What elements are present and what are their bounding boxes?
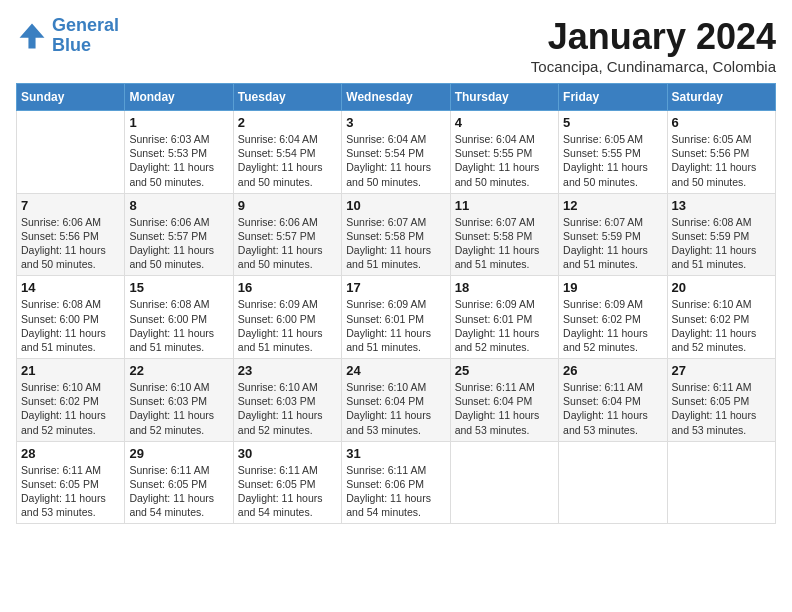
day-info: Sunrise: 6:06 AMSunset: 5:57 PMDaylight:… <box>129 215 228 272</box>
weekday-header-saturday: Saturday <box>667 84 775 111</box>
day-number: 7 <box>21 198 120 213</box>
calendar-cell: 19Sunrise: 6:09 AMSunset: 6:02 PMDayligh… <box>559 276 667 359</box>
day-number: 24 <box>346 363 445 378</box>
day-number: 20 <box>672 280 771 295</box>
calendar-cell: 12Sunrise: 6:07 AMSunset: 5:59 PMDayligh… <box>559 193 667 276</box>
day-number: 16 <box>238 280 337 295</box>
day-number: 18 <box>455 280 554 295</box>
day-info: Sunrise: 6:05 AMSunset: 5:55 PMDaylight:… <box>563 132 662 189</box>
day-info: Sunrise: 6:09 AMSunset: 6:00 PMDaylight:… <box>238 297 337 354</box>
day-number: 8 <box>129 198 228 213</box>
calendar-cell: 14Sunrise: 6:08 AMSunset: 6:00 PMDayligh… <box>17 276 125 359</box>
day-number: 1 <box>129 115 228 130</box>
day-info: Sunrise: 6:10 AMSunset: 6:02 PMDaylight:… <box>672 297 771 354</box>
calendar-cell: 18Sunrise: 6:09 AMSunset: 6:01 PMDayligh… <box>450 276 558 359</box>
calendar-cell: 3Sunrise: 6:04 AMSunset: 5:54 PMDaylight… <box>342 111 450 194</box>
calendar-cell: 10Sunrise: 6:07 AMSunset: 5:58 PMDayligh… <box>342 193 450 276</box>
calendar-cell: 23Sunrise: 6:10 AMSunset: 6:03 PMDayligh… <box>233 359 341 442</box>
day-info: Sunrise: 6:07 AMSunset: 5:58 PMDaylight:… <box>455 215 554 272</box>
day-number: 17 <box>346 280 445 295</box>
day-number: 12 <box>563 198 662 213</box>
day-info: Sunrise: 6:11 AMSunset: 6:05 PMDaylight:… <box>672 380 771 437</box>
day-info: Sunrise: 6:09 AMSunset: 6:02 PMDaylight:… <box>563 297 662 354</box>
calendar-cell: 29Sunrise: 6:11 AMSunset: 6:05 PMDayligh… <box>125 441 233 524</box>
day-info: Sunrise: 6:04 AMSunset: 5:55 PMDaylight:… <box>455 132 554 189</box>
calendar-week-3: 14Sunrise: 6:08 AMSunset: 6:00 PMDayligh… <box>17 276 776 359</box>
logo: General Blue <box>16 16 119 56</box>
calendar-cell: 9Sunrise: 6:06 AMSunset: 5:57 PMDaylight… <box>233 193 341 276</box>
day-info: Sunrise: 6:06 AMSunset: 5:57 PMDaylight:… <box>238 215 337 272</box>
day-info: Sunrise: 6:09 AMSunset: 6:01 PMDaylight:… <box>346 297 445 354</box>
weekday-header-thursday: Thursday <box>450 84 558 111</box>
calendar-cell: 16Sunrise: 6:09 AMSunset: 6:00 PMDayligh… <box>233 276 341 359</box>
calendar-cell: 28Sunrise: 6:11 AMSunset: 6:05 PMDayligh… <box>17 441 125 524</box>
day-number: 2 <box>238 115 337 130</box>
day-number: 30 <box>238 446 337 461</box>
weekday-header-tuesday: Tuesday <box>233 84 341 111</box>
day-info: Sunrise: 6:08 AMSunset: 5:59 PMDaylight:… <box>672 215 771 272</box>
day-number: 28 <box>21 446 120 461</box>
day-number: 25 <box>455 363 554 378</box>
calendar-week-4: 21Sunrise: 6:10 AMSunset: 6:02 PMDayligh… <box>17 359 776 442</box>
title-block: January 2024 Tocancipa, Cundinamarca, Co… <box>531 16 776 75</box>
day-number: 19 <box>563 280 662 295</box>
day-info: Sunrise: 6:08 AMSunset: 6:00 PMDaylight:… <box>129 297 228 354</box>
day-info: Sunrise: 6:05 AMSunset: 5:56 PMDaylight:… <box>672 132 771 189</box>
day-number: 13 <box>672 198 771 213</box>
day-number: 14 <box>21 280 120 295</box>
calendar-cell: 2Sunrise: 6:04 AMSunset: 5:54 PMDaylight… <box>233 111 341 194</box>
day-info: Sunrise: 6:10 AMSunset: 6:02 PMDaylight:… <box>21 380 120 437</box>
calendar-cell: 22Sunrise: 6:10 AMSunset: 6:03 PMDayligh… <box>125 359 233 442</box>
weekday-header-friday: Friday <box>559 84 667 111</box>
day-number: 6 <box>672 115 771 130</box>
calendar-cell: 4Sunrise: 6:04 AMSunset: 5:55 PMDaylight… <box>450 111 558 194</box>
calendar-cell: 27Sunrise: 6:11 AMSunset: 6:05 PMDayligh… <box>667 359 775 442</box>
day-number: 10 <box>346 198 445 213</box>
day-info: Sunrise: 6:11 AMSunset: 6:04 PMDaylight:… <box>563 380 662 437</box>
day-info: Sunrise: 6:11 AMSunset: 6:04 PMDaylight:… <box>455 380 554 437</box>
calendar-cell: 13Sunrise: 6:08 AMSunset: 5:59 PMDayligh… <box>667 193 775 276</box>
calendar-cell <box>450 441 558 524</box>
day-info: Sunrise: 6:10 AMSunset: 6:04 PMDaylight:… <box>346 380 445 437</box>
day-info: Sunrise: 6:06 AMSunset: 5:56 PMDaylight:… <box>21 215 120 272</box>
calendar-cell: 5Sunrise: 6:05 AMSunset: 5:55 PMDaylight… <box>559 111 667 194</box>
day-info: Sunrise: 6:11 AMSunset: 6:05 PMDaylight:… <box>129 463 228 520</box>
svg-marker-0 <box>20 23 45 48</box>
calendar-week-2: 7Sunrise: 6:06 AMSunset: 5:56 PMDaylight… <box>17 193 776 276</box>
logo-icon <box>16 20 48 52</box>
weekday-row: SundayMondayTuesdayWednesdayThursdayFrid… <box>17 84 776 111</box>
calendar-cell: 15Sunrise: 6:08 AMSunset: 6:00 PMDayligh… <box>125 276 233 359</box>
calendar-cell: 26Sunrise: 6:11 AMSunset: 6:04 PMDayligh… <box>559 359 667 442</box>
day-info: Sunrise: 6:08 AMSunset: 6:00 PMDaylight:… <box>21 297 120 354</box>
logo-blue: Blue <box>52 35 91 55</box>
weekday-header-sunday: Sunday <box>17 84 125 111</box>
day-number: 31 <box>346 446 445 461</box>
location: Tocancipa, Cundinamarca, Colombia <box>531 58 776 75</box>
weekday-header-monday: Monday <box>125 84 233 111</box>
calendar-body: 1Sunrise: 6:03 AMSunset: 5:53 PMDaylight… <box>17 111 776 524</box>
day-number: 21 <box>21 363 120 378</box>
day-number: 27 <box>672 363 771 378</box>
day-info: Sunrise: 6:07 AMSunset: 5:59 PMDaylight:… <box>563 215 662 272</box>
day-info: Sunrise: 6:07 AMSunset: 5:58 PMDaylight:… <box>346 215 445 272</box>
day-info: Sunrise: 6:04 AMSunset: 5:54 PMDaylight:… <box>346 132 445 189</box>
day-number: 11 <box>455 198 554 213</box>
calendar-cell: 1Sunrise: 6:03 AMSunset: 5:53 PMDaylight… <box>125 111 233 194</box>
day-info: Sunrise: 6:04 AMSunset: 5:54 PMDaylight:… <box>238 132 337 189</box>
calendar-cell: 6Sunrise: 6:05 AMSunset: 5:56 PMDaylight… <box>667 111 775 194</box>
calendar-cell <box>559 441 667 524</box>
calendar-header: SundayMondayTuesdayWednesdayThursdayFrid… <box>17 84 776 111</box>
day-info: Sunrise: 6:10 AMSunset: 6:03 PMDaylight:… <box>238 380 337 437</box>
day-number: 15 <box>129 280 228 295</box>
calendar-cell: 17Sunrise: 6:09 AMSunset: 6:01 PMDayligh… <box>342 276 450 359</box>
logo-general: General <box>52 15 119 35</box>
calendar-week-1: 1Sunrise: 6:03 AMSunset: 5:53 PMDaylight… <box>17 111 776 194</box>
calendar-cell: 30Sunrise: 6:11 AMSunset: 6:05 PMDayligh… <box>233 441 341 524</box>
calendar-cell: 7Sunrise: 6:06 AMSunset: 5:56 PMDaylight… <box>17 193 125 276</box>
calendar-cell: 8Sunrise: 6:06 AMSunset: 5:57 PMDaylight… <box>125 193 233 276</box>
day-number: 22 <box>129 363 228 378</box>
calendar-cell: 31Sunrise: 6:11 AMSunset: 6:06 PMDayligh… <box>342 441 450 524</box>
day-info: Sunrise: 6:11 AMSunset: 6:05 PMDaylight:… <box>238 463 337 520</box>
logo-text: General Blue <box>52 16 119 56</box>
day-number: 5 <box>563 115 662 130</box>
